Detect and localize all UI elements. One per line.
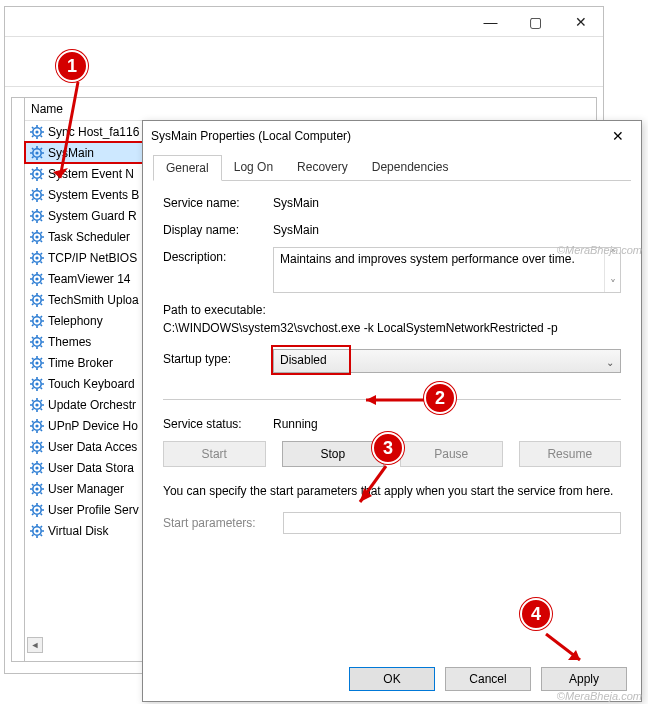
scroll-left-button[interactable]: ◄	[27, 637, 43, 653]
display-name-label: Display name:	[163, 220, 273, 237]
service-item-label: Time Broker	[48, 356, 113, 370]
svg-point-69	[35, 256, 38, 259]
dialog-title: SysMain Properties (Local Computer)	[151, 129, 603, 143]
svg-line-106	[41, 345, 43, 347]
service-item-label: User Profile Serv	[48, 503, 139, 517]
svg-line-195	[32, 526, 34, 528]
svg-line-186	[41, 513, 43, 515]
svg-point-149	[35, 424, 38, 427]
maximize-button[interactable]: ▢	[513, 8, 558, 36]
service-item-label: UPnP Device Ho	[48, 419, 138, 433]
svg-line-45	[32, 211, 34, 213]
svg-line-178	[41, 484, 43, 486]
svg-marker-203	[366, 395, 376, 405]
arrow-4	[542, 630, 592, 670]
gear-icon	[29, 187, 45, 203]
svg-line-17	[32, 156, 34, 158]
svg-line-108	[41, 337, 43, 339]
svg-line-47	[32, 219, 34, 221]
svg-line-107	[32, 345, 34, 347]
arrow-2	[356, 392, 426, 410]
tab-logon[interactable]: Log On	[222, 155, 285, 180]
svg-line-8	[41, 127, 43, 129]
arrow-3	[350, 462, 390, 512]
arrow-1	[50, 82, 100, 192]
svg-line-200	[60, 82, 78, 178]
svg-line-126	[41, 387, 43, 389]
list-header-name[interactable]: Name	[25, 98, 596, 121]
svg-point-109	[35, 340, 38, 343]
svg-point-189	[35, 508, 38, 511]
gear-icon	[29, 439, 45, 455]
close-icon[interactable]: ✕	[603, 128, 633, 144]
svg-line-68	[41, 253, 43, 255]
startup-type-label: Startup type:	[163, 349, 273, 373]
close-button[interactable]: ✕	[558, 8, 603, 36]
gear-icon	[29, 124, 45, 140]
svg-line-95	[32, 316, 34, 318]
svg-line-127	[32, 387, 34, 389]
svg-line-146	[41, 429, 43, 431]
svg-point-199	[35, 529, 38, 532]
svg-line-136	[41, 408, 43, 410]
svg-line-128	[41, 379, 43, 381]
service-item-label: User Data Stora	[48, 461, 134, 475]
properties-dialog: SysMain Properties (Local Computer) ✕ Ge…	[142, 120, 642, 702]
minimize-button[interactable]: —	[468, 8, 513, 36]
svg-line-97	[32, 324, 34, 326]
svg-point-89	[35, 298, 38, 301]
svg-line-88	[41, 295, 43, 297]
service-item-label: Virtual Disk	[48, 524, 108, 538]
service-status-label: Service status:	[163, 414, 273, 431]
svg-point-9	[35, 130, 38, 133]
gear-icon	[29, 418, 45, 434]
cancel-button[interactable]: Cancel	[445, 667, 531, 691]
service-item-label: User Manager	[48, 482, 124, 496]
dialog-titlebar: SysMain Properties (Local Computer) ✕	[143, 121, 641, 151]
svg-line-6	[41, 135, 43, 137]
apply-button[interactable]: Apply	[541, 667, 627, 691]
tab-strip: General Log On Recovery Dependencies	[153, 155, 631, 181]
description-label: Description:	[163, 247, 273, 293]
svg-line-76	[41, 282, 43, 284]
gear-icon	[29, 145, 45, 161]
services-titlebar: — ▢ ✕	[5, 7, 603, 37]
path-label: Path to executable:	[163, 303, 621, 317]
svg-line-7	[32, 135, 34, 137]
start-parameters-label: Start parameters:	[163, 516, 283, 530]
service-item-label: TeamViewer 14	[48, 272, 131, 286]
svg-line-177	[32, 492, 34, 494]
svg-line-35	[32, 190, 34, 192]
svg-line-105	[32, 337, 34, 339]
service-name-value: SysMain	[273, 193, 621, 210]
gear-icon	[29, 250, 45, 266]
gear-icon	[29, 292, 45, 308]
pause-button: Pause	[400, 441, 503, 467]
svg-line-18	[41, 148, 43, 150]
svg-line-26	[41, 177, 43, 179]
svg-point-59	[35, 235, 38, 238]
svg-line-175	[32, 484, 34, 486]
tab-general[interactable]: General	[153, 155, 222, 181]
svg-line-67	[32, 261, 34, 263]
service-item-label: Themes	[48, 335, 91, 349]
highlight-startup	[271, 345, 351, 375]
gear-icon	[29, 208, 45, 224]
start-parameters-input	[283, 512, 621, 534]
svg-line-116	[41, 366, 43, 368]
gear-icon	[29, 334, 45, 350]
svg-point-29	[35, 172, 38, 175]
svg-line-117	[32, 366, 34, 368]
ok-button[interactable]: OK	[349, 667, 435, 691]
tab-recovery[interactable]: Recovery	[285, 155, 360, 180]
service-item-label: TechSmith Uploa	[48, 293, 139, 307]
start-button: Start	[163, 441, 266, 467]
gear-icon	[29, 523, 45, 539]
svg-line-135	[32, 400, 34, 402]
gear-icon	[29, 481, 45, 497]
tab-dependencies[interactable]: Dependencies	[360, 155, 461, 180]
svg-line-86	[41, 303, 43, 305]
svg-point-19	[35, 151, 38, 154]
svg-line-145	[32, 421, 34, 423]
svg-line-36	[41, 198, 43, 200]
